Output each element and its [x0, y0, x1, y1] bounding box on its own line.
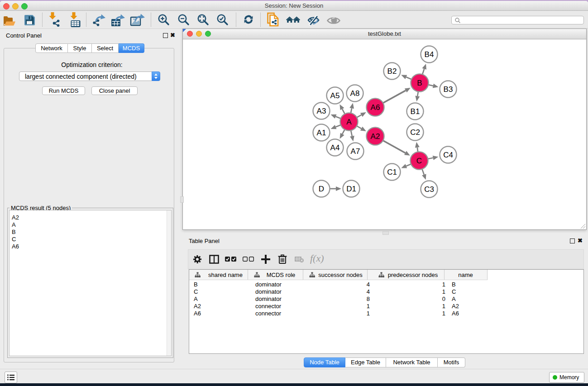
svg-text:A5: A5 [330, 91, 340, 100]
svg-text:C2: C2 [410, 128, 420, 137]
svg-text:A3: A3 [317, 107, 326, 115]
svg-text:B3: B3 [444, 85, 453, 94]
svg-text:A6: A6 [371, 103, 380, 112]
svg-text:B: B [417, 79, 422, 87]
svg-text:A: A [346, 118, 352, 126]
svg-text:C3: C3 [424, 185, 434, 194]
svg-text:D1: D1 [346, 185, 356, 193]
svg-text:B2: B2 [387, 67, 397, 76]
svg-text:A8: A8 [350, 89, 360, 98]
svg-text:C4: C4 [443, 151, 453, 159]
svg-text:D: D [319, 185, 324, 193]
svg-text:A1: A1 [317, 129, 326, 137]
svg-text:B1: B1 [411, 107, 420, 116]
svg-text:C1: C1 [387, 168, 397, 176]
svg-text:B4: B4 [425, 50, 434, 59]
svg-text:A7: A7 [351, 147, 360, 156]
svg-text:A4: A4 [330, 143, 340, 152]
svg-text:C: C [416, 157, 422, 165]
svg-text:A2: A2 [371, 132, 380, 141]
